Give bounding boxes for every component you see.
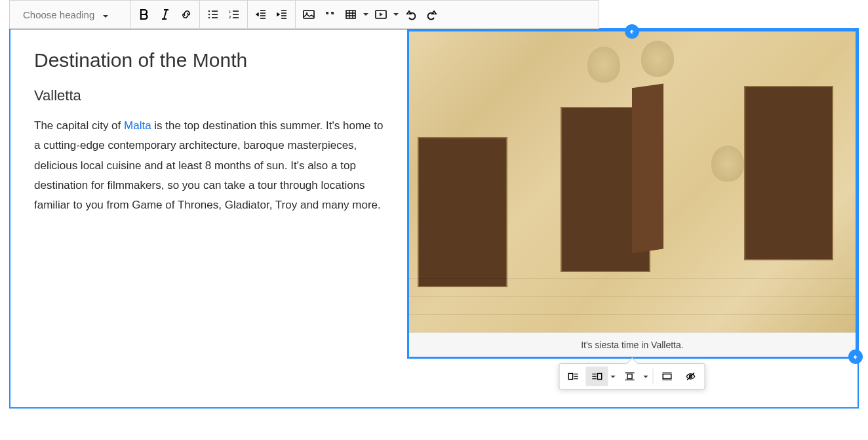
image-content[interactable] [409, 31, 856, 332]
numbered-list-button[interactable]: 12 [224, 4, 245, 25]
blockquote-button[interactable] [319, 4, 340, 25]
svg-point-6 [306, 12, 308, 14]
redo-button[interactable] [422, 4, 443, 25]
svg-rect-10 [598, 374, 602, 380]
align-left-button[interactable] [562, 367, 585, 386]
paragraph-text-pre: The capital city of [34, 119, 124, 132]
heading-1[interactable]: Destination of the Month [34, 49, 386, 71]
chevron-down-icon [391, 11, 401, 18]
chevron-down-icon [102, 10, 110, 18]
svg-rect-12 [663, 374, 672, 378]
insert-paragraph-before-handle[interactable] [625, 24, 639, 39]
svg-point-1 [208, 14, 210, 16]
bold-button[interactable] [134, 4, 155, 25]
italic-button[interactable] [155, 4, 176, 25]
svg-rect-9 [569, 374, 573, 380]
link-button[interactable] [176, 4, 197, 25]
link-malta[interactable]: Malta [124, 119, 151, 132]
outdent-button[interactable] [250, 4, 271, 25]
image-figure-selected[interactable]: It's siesta time in Valletta. [407, 30, 858, 359]
image-caption-text: It's siesta time in Valletta. [581, 340, 683, 350]
toggle-caption-button[interactable] [680, 367, 702, 386]
svg-point-0 [208, 10, 210, 12]
svg-text:2: 2 [229, 15, 231, 19]
undo-button[interactable] [401, 4, 422, 25]
editor-content[interactable]: Destination of the Month Valletta The ca… [9, 28, 859, 409]
heading-2[interactable]: Valletta [34, 87, 386, 104]
media-button[interactable] [370, 4, 401, 25]
align-center-button[interactable] [619, 367, 641, 386]
heading-dropdown[interactable]: Choose heading [16, 4, 128, 25]
svg-rect-11 [627, 374, 632, 378]
image-button[interactable] [298, 4, 319, 25]
indent-button[interactable] [271, 4, 292, 25]
heading-dropdown-label: Choose heading [23, 9, 94, 20]
editor-toolbar: Choose heading 12 [9, 0, 599, 29]
image-caption[interactable]: It's siesta time in Valletta. [409, 332, 856, 357]
chevron-down-icon[interactable] [608, 374, 618, 380]
table-button[interactable] [340, 4, 370, 25]
chevron-down-icon [361, 11, 370, 18]
svg-text:1: 1 [229, 10, 231, 14]
svg-rect-7 [346, 10, 355, 18]
bulleted-list-button[interactable] [203, 4, 224, 25]
chevron-down-icon[interactable] [641, 374, 650, 380]
svg-rect-5 [304, 10, 314, 18]
full-width-button[interactable] [656, 367, 679, 386]
svg-point-2 [208, 17, 210, 19]
separator [653, 369, 654, 384]
paragraph-text-post: is the top destination this summer. It's… [34, 119, 383, 211]
image-balloon-toolbar [559, 363, 705, 390]
insert-paragraph-after-handle[interactable] [848, 350, 863, 364]
align-right-button[interactable] [586, 367, 608, 386]
paragraph[interactable]: The capital city of Malta is the top des… [34, 116, 386, 215]
